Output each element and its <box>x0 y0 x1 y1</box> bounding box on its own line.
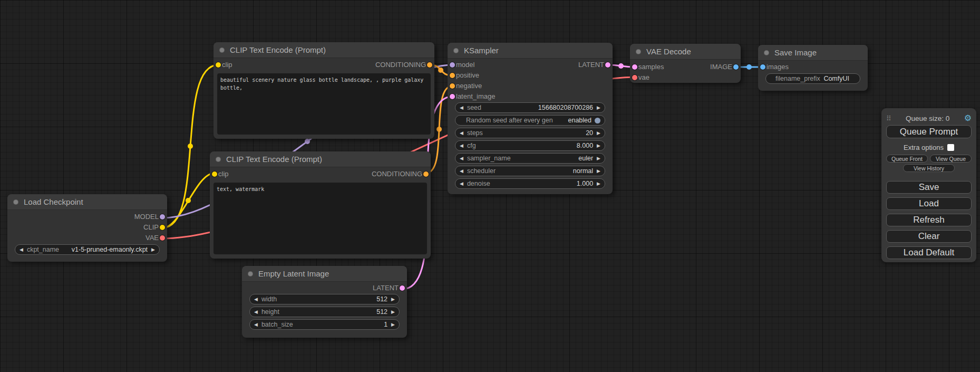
node-title-bar[interactable]: CLIP Text Encode (Prompt) <box>210 151 431 167</box>
input-port-samples[interactable] <box>632 64 637 70</box>
widget-value: 1 <box>384 321 387 328</box>
output-row-clip: CLIP <box>7 222 167 233</box>
output-label: VAE <box>145 233 159 243</box>
queue-front-button[interactable]: Queue Front <box>886 155 928 163</box>
extra-options-checkbox[interactable] <box>947 144 954 151</box>
increment-arrow-icon[interactable]: ▶ <box>597 130 600 136</box>
decrement-arrow-icon[interactable]: ◀ <box>460 130 463 136</box>
gear-icon[interactable]: ⚙ <box>964 114 972 122</box>
load-default-button[interactable]: Load Default <box>886 246 972 259</box>
output-port-conditioning[interactable] <box>427 62 432 68</box>
collapse-dot-icon[interactable] <box>636 49 641 54</box>
input-port-vae[interactable] <box>632 75 637 80</box>
decrement-arrow-icon[interactable]: ◀ <box>460 181 463 186</box>
view-history-button[interactable]: View History <box>903 164 955 172</box>
collapse-dot-icon[interactable] <box>764 50 769 55</box>
decrement-arrow-icon[interactable]: ◀ <box>254 322 258 327</box>
widget-value: 1.000 <box>577 180 593 187</box>
node-vae-decode[interactable]: VAE Decode samples IMAGE vae <box>630 44 741 83</box>
increment-arrow-icon[interactable]: ▶ <box>391 322 395 327</box>
increment-arrow-icon[interactable]: ▶ <box>151 247 155 252</box>
scheduler-widget[interactable]: ◀ scheduler normal ▶ <box>455 166 605 176</box>
port-row: images <box>758 62 868 72</box>
increment-arrow-icon[interactable]: ▶ <box>391 297 395 302</box>
link-midpoint-dot <box>618 63 624 69</box>
increment-arrow-icon[interactable]: ▶ <box>391 309 395 314</box>
collapse-dot-icon[interactable] <box>248 271 253 276</box>
prompt-textarea[interactable]: text, watermark <box>214 183 427 254</box>
random-seed-toggle[interactable]: Random seed after every gen enabled <box>455 115 605 126</box>
save-button[interactable]: Save <box>886 181 972 194</box>
decrement-arrow-icon[interactable]: ◀ <box>20 247 23 252</box>
drag-handle-icon[interactable]: ⠿ <box>886 115 891 122</box>
input-port-negative[interactable] <box>450 83 455 89</box>
input-port-latent-image[interactable] <box>450 94 455 99</box>
link-midpoint-dot <box>186 198 191 203</box>
sampler-name-widget[interactable]: ◀ sampler_name euler ▶ <box>455 153 605 164</box>
batch-size-widget[interactable]: ◀ batch_size 1 ▶ <box>249 319 400 330</box>
output-port-vae[interactable] <box>160 235 165 241</box>
collapse-dot-icon[interactable] <box>453 48 459 53</box>
ckpt-name-widget[interactable]: ◀ ckpt_name v1-5-pruned-emaonly.ckpt ▶ <box>15 244 160 255</box>
output-port-latent[interactable] <box>400 285 405 291</box>
input-label: images <box>766 62 789 72</box>
widget-label: height <box>261 308 279 316</box>
node-title-bar[interactable]: Empty Latent Image <box>242 266 407 282</box>
output-port-latent[interactable] <box>605 62 610 68</box>
increment-arrow-icon[interactable]: ▶ <box>597 181 600 186</box>
decrement-arrow-icon[interactable]: ◀ <box>254 309 258 314</box>
increment-arrow-icon[interactable]: ▶ <box>597 105 600 110</box>
increment-arrow-icon[interactable]: ▶ <box>597 168 600 174</box>
load-button[interactable]: Load <box>886 197 972 210</box>
decrement-arrow-icon[interactable]: ◀ <box>254 297 258 302</box>
node-title-bar[interactable]: VAE Decode <box>630 44 741 60</box>
node-title-bar[interactable]: Load Checkpoint <box>7 194 167 210</box>
refresh-button[interactable]: Refresh <box>886 214 972 226</box>
widget-value: v1-5-pruned-emaonly.ckpt <box>72 246 148 253</box>
node-title-bar[interactable]: CLIP Text Encode (Prompt) <box>214 42 434 58</box>
input-port-model[interactable] <box>450 62 455 68</box>
node-empty-latent-image[interactable]: Empty Latent Image LATENT ◀ width 512 ▶ … <box>242 266 407 338</box>
widget-label: width <box>261 295 277 303</box>
height-widget[interactable]: ◀ height 512 ▶ <box>249 307 400 317</box>
decrement-arrow-icon[interactable]: ◀ <box>460 143 463 148</box>
collapse-dot-icon[interactable] <box>216 157 221 162</box>
cfg-widget[interactable]: ◀ cfg 8.000 ▶ <box>455 140 605 151</box>
port-row: positive <box>448 70 613 81</box>
toggle-dot-icon[interactable] <box>595 118 600 123</box>
filename-prefix-widget[interactable]: filename_prefix ComfyUI <box>765 73 860 84</box>
input-port-images[interactable] <box>760 64 765 70</box>
decrement-arrow-icon[interactable]: ◀ <box>460 168 463 174</box>
output-port-clip[interactable] <box>160 225 165 230</box>
collapse-dot-icon[interactable] <box>219 47 225 53</box>
output-port-model[interactable] <box>160 214 165 220</box>
node-title-bar[interactable]: Save Image <box>758 45 868 61</box>
view-queue-button[interactable]: View Queue <box>930 155 972 163</box>
node-title-bar[interactable]: KSampler <box>448 43 613 59</box>
input-port-positive[interactable] <box>450 73 455 78</box>
node-save-image[interactable]: Save Image images filename_prefix ComfyU… <box>758 45 868 91</box>
queue-prompt-button[interactable]: Queue Prompt <box>886 125 972 138</box>
seed-widget[interactable]: ◀ seed 156680208700286 ▶ <box>455 102 605 113</box>
extra-options-label: Extra options <box>904 144 944 151</box>
node-ksampler[interactable]: KSampler model LATENT positive negative … <box>448 43 613 194</box>
prompt-textarea[interactable]: beautiful scenery nature glass bottle la… <box>217 73 431 135</box>
clear-button[interactable]: Clear <box>886 230 972 243</box>
steps-widget[interactable]: ◀ steps 20 ▶ <box>455 128 605 138</box>
node-clip-text-encode-positive[interactable]: CLIP Text Encode (Prompt) clip CONDITION… <box>214 42 434 139</box>
width-widget[interactable]: ◀ width 512 ▶ <box>249 294 400 304</box>
port-row: clip CONDITIONING <box>210 169 431 179</box>
node-clip-text-encode-negative[interactable]: CLIP Text Encode (Prompt) clip CONDITION… <box>210 151 431 259</box>
decrement-arrow-icon[interactable]: ◀ <box>460 156 463 161</box>
input-port-clip[interactable] <box>212 171 217 177</box>
increment-arrow-icon[interactable]: ▶ <box>597 156 600 161</box>
output-port-conditioning[interactable] <box>423 171 429 177</box>
decrement-arrow-icon[interactable]: ◀ <box>460 105 463 110</box>
input-port-clip[interactable] <box>216 62 221 68</box>
output-port-image[interactable] <box>733 64 739 70</box>
comfyui-canvas[interactable]: { "colors": { "model": "#B39DDB", "clip"… <box>0 0 980 372</box>
collapse-dot-icon[interactable] <box>13 199 18 205</box>
increment-arrow-icon[interactable]: ▶ <box>597 143 600 148</box>
node-load-checkpoint[interactable]: Load Checkpoint MODEL CLIP VAE ◀ ckpt_na… <box>7 194 167 262</box>
denoise-widget[interactable]: ◀ denoise 1.000 ▶ <box>455 178 605 189</box>
